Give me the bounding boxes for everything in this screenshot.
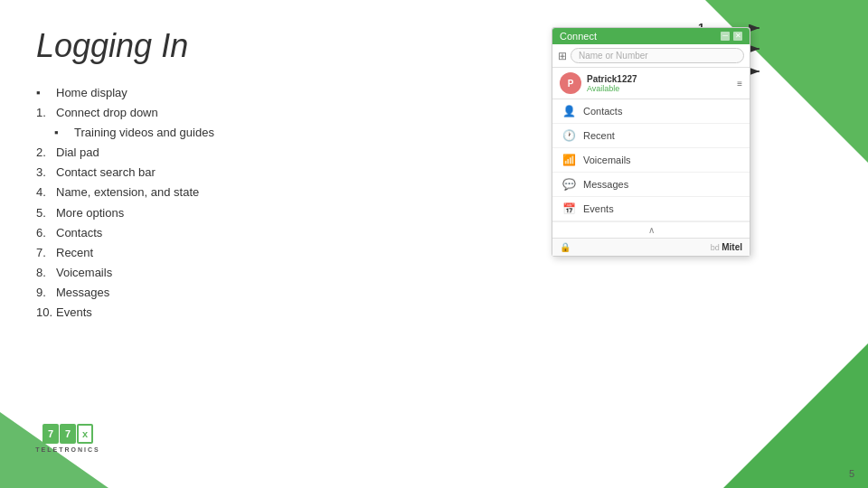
minimize-button[interactable]: ─ (721, 32, 730, 41)
list-item: 1. Connect drop down (36, 103, 380, 123)
user-row: P Patrick1227 Available ≡ (552, 68, 750, 99)
page-number: 5 (849, 468, 854, 479)
messages-label: Messages (583, 179, 628, 190)
more-options-button[interactable]: ≡ (737, 79, 742, 89)
list-item: 3. Contact search bar (36, 163, 380, 183)
user-status: Available (587, 84, 731, 93)
list-item-sub: ▪ Training videos and guides (36, 123, 380, 143)
collapse-button[interactable]: ∧ (552, 221, 750, 238)
list-text: Home display (56, 83, 127, 103)
list-item: 4. Name, extension, and state (36, 183, 380, 202)
events-label: Events (583, 203, 614, 214)
list-text: Dial pad (56, 143, 99, 163)
titlebar-buttons: ─ ✕ (721, 32, 742, 41)
right-panel: 1 2 3 4 5 6 7 8 9 (416, 0, 868, 488)
list-marker: ▪ (36, 83, 56, 103)
list-text: Training videos and guides (74, 123, 214, 143)
menu-item-recent[interactable]: 🕐 Recent (552, 124, 750, 148)
list-text: More options (56, 203, 124, 223)
contacts-label: Contacts (583, 106, 622, 117)
list-text: Contacts (56, 223, 102, 243)
list-item: 9. Messages (36, 283, 380, 303)
menu-item-voicemails[interactable]: 📶 Voicemails (552, 148, 750, 173)
list-marker: 4. (36, 183, 56, 202)
messages-icon: 💬 (561, 177, 576, 192)
voicemails-icon: 📶 (561, 153, 576, 167)
list-item: 5. More options (36, 203, 380, 223)
menu-item-contacts[interactable]: 👤 Contacts (552, 99, 750, 124)
list-marker: 3. (36, 163, 56, 183)
menu-item-messages[interactable]: 💬 Messages (552, 173, 750, 197)
search-row: ⊞ Name or Number (552, 44, 750, 68)
list-marker: 8. (36, 263, 56, 283)
brand-label: bd Mitel (711, 242, 742, 252)
recent-icon: 🕐 (561, 128, 576, 143)
list-text: Voicemails (56, 263, 112, 283)
widget-title: Connect (560, 31, 597, 42)
close-button[interactable]: ✕ (733, 32, 742, 41)
menu-item-events[interactable]: 📅 Events (552, 197, 750, 221)
list-marker: 9. (36, 283, 56, 303)
connect-widget: Connect ─ ✕ ⊞ Name or Number P Patrick12… (552, 27, 750, 257)
widget-footer: 🔒 bd Mitel (552, 238, 750, 256)
search-input[interactable]: Name or Number (571, 48, 744, 63)
page-title: Logging In (36, 27, 380, 65)
list-text: Recent (56, 243, 93, 263)
list-text: Events (56, 303, 92, 323)
list-marker: 1. (36, 103, 56, 123)
list-marker: 2. (36, 143, 56, 163)
list-text: Name, extension, and state (56, 183, 199, 202)
list-item: ▪ Home display (36, 83, 380, 103)
content-list: ▪ Home display 1. Connect drop down ▪ Tr… (36, 83, 380, 323)
grid-icon: ⊞ (558, 50, 567, 62)
widget-titlebar: Connect ─ ✕ (552, 28, 750, 44)
lock-icon: 🔒 (560, 242, 571, 252)
user-info: Patrick1227 Available (587, 74, 731, 93)
recent-label: Recent (583, 130, 615, 141)
list-text: Connect drop down (56, 103, 158, 123)
list-item: 2. Dial pad (36, 143, 380, 163)
left-panel: Logging In ▪ Home display 1. Connect dro… (0, 0, 416, 488)
list-marker: 6. (36, 223, 56, 243)
list-marker: 7. (36, 243, 56, 263)
list-marker: ▪ (54, 123, 74, 143)
list-text: Messages (56, 283, 109, 303)
list-item: 6. Contacts (36, 223, 380, 243)
events-icon: 📅 (561, 202, 576, 216)
avatar: P (560, 72, 581, 94)
list-item: 10. Events (36, 303, 380, 323)
list-text: Contact search bar (56, 163, 156, 183)
user-name: Patrick1227 (587, 74, 731, 84)
list-item: 7. Recent (36, 243, 380, 263)
voicemails-label: Voicemails (583, 155, 631, 165)
list-marker: 5. (36, 203, 56, 223)
contacts-icon: 👤 (561, 104, 576, 118)
list-item: 8. Voicemails (36, 263, 380, 283)
list-marker: 10. (36, 303, 56, 323)
